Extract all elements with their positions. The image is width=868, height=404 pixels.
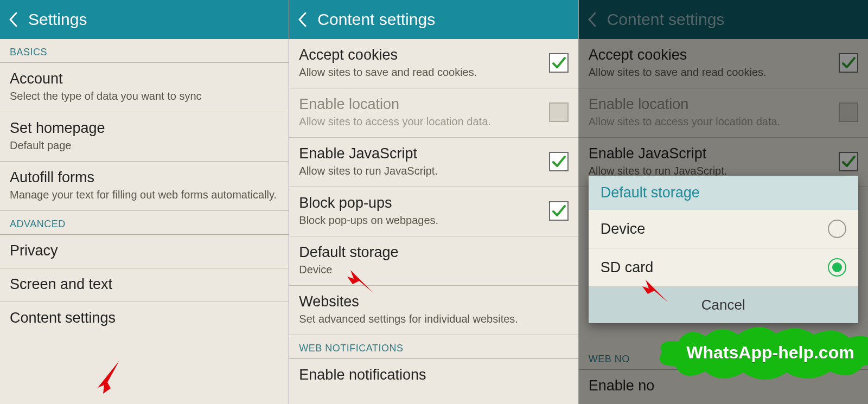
annotation-arrow-icon	[92, 358, 125, 396]
pane-content-settings: Content settings Accept cookies Allow si…	[289, 0, 578, 404]
item-enable-javascript[interactable]: Enable JavaScript Allow sites to run Jav…	[289, 138, 578, 187]
header-title: Settings	[28, 10, 87, 29]
item-title: Set homepage	[10, 120, 279, 137]
item-title: Block pop-ups	[299, 195, 543, 211]
radio-checked-icon[interactable]	[828, 258, 846, 277]
header-title: Content settings	[317, 10, 435, 29]
item-enable-notifications[interactable]: Enable notifications	[289, 359, 578, 392]
dialog-title: Default storage	[589, 176, 858, 210]
pane-content-settings-dialog: Content settings Accept cookies Allow si…	[579, 0, 868, 404]
header-bar: Content settings	[289, 0, 578, 39]
item-subtitle: Default page	[10, 139, 279, 152]
checkbox-checked-icon[interactable]	[549, 201, 569, 221]
dialog-default-storage: Default storage Device SD card Cancel	[589, 176, 858, 323]
item-title: Autofill forms	[10, 169, 279, 186]
dialog-option-device[interactable]: Device	[589, 210, 858, 248]
item-subtitle: Device	[299, 263, 568, 277]
header-bar: Settings	[0, 0, 289, 39]
item-title: Screen and text	[10, 276, 279, 293]
section-basics: BASICS	[0, 39, 289, 63]
item-enable-location: Enable location Allow sites to access yo…	[289, 88, 578, 138]
item-screen-and-text[interactable]: Screen and text	[0, 268, 289, 302]
item-accept-cookies[interactable]: Accept cookies Allow sites to save and r…	[289, 39, 578, 88]
item-account[interactable]: Account Select the type of data you want…	[0, 63, 289, 112]
item-subtitle: Select the type of data you want to sync	[10, 89, 279, 103]
pane-settings: Settings BASICS Account Select the type …	[0, 0, 289, 404]
item-websites[interactable]: Websites Set advanced settings for indiv…	[289, 286, 578, 335]
item-title: Websites	[299, 293, 568, 310]
item-title: Default storage	[299, 244, 568, 261]
checkbox-checked-icon[interactable]	[549, 53, 569, 73]
section-web-notifications: WEB NOTIFICATIONS	[289, 335, 578, 359]
item-privacy[interactable]: Privacy	[0, 235, 289, 268]
item-title: Privacy	[10, 242, 279, 259]
item-content-settings[interactable]: Content settings	[0, 302, 289, 335]
item-title: Account	[10, 70, 279, 87]
item-subtitle: Block pop-ups on webpages.	[299, 214, 543, 227]
dialog-option-sd-card[interactable]: SD card	[589, 248, 858, 287]
item-set-homepage[interactable]: Set homepage Default page	[0, 112, 289, 162]
item-title: Accept cookies	[299, 47, 543, 63]
item-autofill-forms[interactable]: Autofill forms Manage your text for fill…	[0, 162, 289, 211]
item-default-storage[interactable]: Default storage Device	[289, 236, 578, 286]
radio-unchecked-icon[interactable]	[828, 220, 846, 238]
option-label: SD card	[601, 259, 828, 276]
item-subtitle: Allow sites to save and read cookies.	[299, 66, 543, 79]
option-label: Device	[601, 221, 828, 238]
item-subtitle: Manage your text for filling out web for…	[10, 188, 279, 202]
item-title: Enable JavaScript	[299, 145, 543, 162]
section-advanced: ADVANCED	[0, 211, 289, 235]
item-subtitle: Allow sites to access your location data…	[299, 115, 543, 129]
item-title: Content settings	[10, 310, 279, 326]
checkbox-checked-icon[interactable]	[549, 152, 569, 171]
item-block-popups[interactable]: Block pop-ups Block pop-ups on webpages.	[289, 187, 578, 236]
back-icon[interactable]	[296, 12, 310, 27]
item-title: Enable location	[299, 96, 543, 113]
item-subtitle: Allow sites to run JavaScript.	[299, 164, 543, 178]
back-icon[interactable]	[7, 12, 21, 27]
checkbox-unchecked-icon	[549, 102, 569, 122]
dialog-cancel-button[interactable]: Cancel	[589, 287, 858, 323]
item-subtitle: Set advanced settings for individual web…	[299, 312, 568, 326]
item-title: Enable notifications	[299, 367, 568, 383]
